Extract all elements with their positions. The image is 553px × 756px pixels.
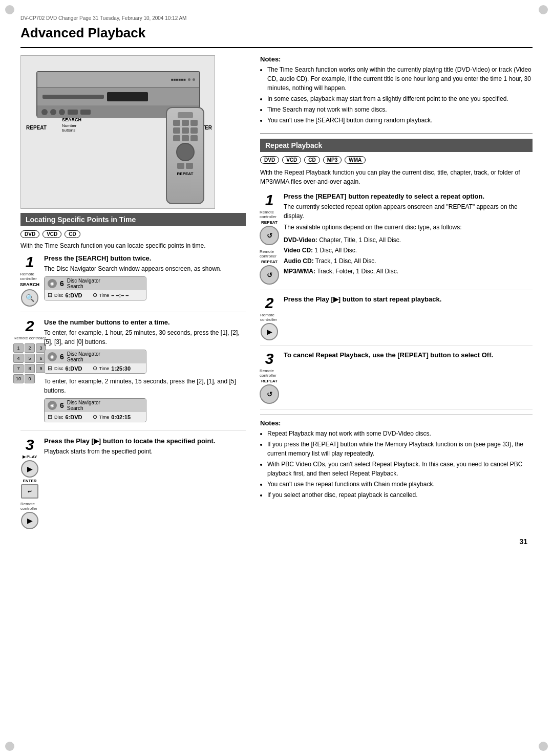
notes-repeat-playback: Notes: Repeat Playback may not work with… — [260, 419, 533, 500]
badge-cd: CD — [65, 230, 80, 238]
step1-dns-titlebar: ◉ 6 Disc Navigator Search — [45, 277, 146, 290]
step1-disc-label: Disc — [54, 293, 63, 298]
step2-icon-area: Remote controller 1 2 3 4 5 6 7 8 9 10 — [13, 336, 46, 385]
step1-dns-title-text: Disc Navigator Search — [67, 278, 100, 289]
opt-dvd-label: DVD-Video: — [284, 236, 317, 244]
note-left-2: In some cases, playback may start from a… — [267, 94, 533, 103]
rstep3-title: To cancel Repeat Playback, use the [REPE… — [284, 351, 533, 359]
step1-remote-label: Remote controller — [20, 272, 39, 281]
opt-mp3-label: MP3/WMA: — [284, 268, 315, 275]
num-btn-5: 5 — [25, 354, 35, 363]
left-step-3: 3 ▶ PLAY ▶ ENTER ↵ Remote controller ▶ P… — [20, 437, 246, 534]
step3-play-icon: ▶ — [21, 460, 38, 478]
rstep3-icon-area: Remote controller REPEAT ↺ — [260, 369, 279, 404]
step2-dns1-icon: ◉ — [48, 352, 57, 361]
step2-time-value1: 1:25:30 — [111, 365, 131, 372]
step1-title: Press the [SEARCH] button twice. — [44, 254, 246, 262]
rstep3-remote-label: Remote controller — [260, 369, 279, 378]
left-column: ■■■■■■ — [20, 55, 246, 541]
notes-right-title: Notes: — [260, 419, 533, 427]
locating-intro: With the Time Search function you can lo… — [20, 242, 246, 249]
rstep1-title: Press the [REPEAT] button repeatedly to … — [284, 192, 533, 200]
remote-small-btn7 — [173, 135, 180, 141]
notes-left-title: Notes: — [260, 55, 533, 63]
step2-dns1-disc-field: ⊟ Disc 6:DVD — [48, 365, 82, 372]
step2-dns-box1: ◉ 6 Disc Navigator Search ⊟ Disc 6: — [44, 350, 146, 374]
right-step-3: 3 Remote controller REPEAT ↺ To cancel R… — [260, 351, 533, 409]
num-btn-4: 4 — [13, 354, 24, 363]
format-badges-right: DVD VCD CD MP3 WMA — [260, 156, 533, 164]
step2-dns1-time-field: ⊙ Time 1:25:30 — [93, 365, 131, 372]
step1-dns-nav: Disc Navigator — [67, 278, 100, 284]
page-title: Advanced Playback — [20, 25, 533, 41]
step1-content: Press the [SEARCH] button twice. The Dis… — [44, 254, 246, 307]
dvd-button2 — [50, 109, 56, 115]
step3-enter-icon: ↵ — [21, 484, 38, 499]
rstep1-repeat-btn1: ↺ — [260, 226, 279, 245]
step1-dns-search: Search — [67, 284, 100, 289]
step2-dns2-time-field: ⊙ Time 0:02:15 — [93, 414, 131, 420]
step1-time-icon: ⊙ — [93, 292, 97, 298]
step2-time-value2: 0:02:15 — [111, 414, 131, 420]
rstep2-number-col: 2 Remote controller ▶ — [260, 295, 279, 340]
step2-dns1-row: ⊟ Disc 6:DVD ⊙ Time 1:25:30 — [45, 363, 146, 373]
step2-remote-label: Remote controller — [13, 336, 46, 340]
num-btn-8: 8 — [25, 364, 35, 373]
remote-small-btn4 — [173, 127, 180, 134]
notes-divider — [260, 133, 533, 134]
step2-dns2-icon: ◉ — [48, 401, 57, 410]
rstep3-number-col: 3 Remote controller REPEAT ↺ — [260, 351, 279, 404]
label-number-buttons: Numberbuttons — [62, 123, 81, 133]
step2-dns2-titlebar: ◉ 6 Disc Navigator Search — [45, 399, 146, 412]
left-step-1: 1 Remote controller SEARCH 🔍 Press the [… — [20, 254, 246, 312]
remote-small-btn6 — [190, 127, 198, 134]
step2-dns1-title-text: Disc Navigator Search — [67, 351, 100, 362]
step3-icon-area: ▶ PLAY ▶ ENTER ↵ Remote controller ▶ — [20, 455, 39, 529]
rstep2-content: Press the Play [▶] button to start repea… — [284, 295, 533, 340]
remote-btn-row4 — [177, 163, 193, 169]
corner-decoration-bl — [5, 742, 14, 751]
step1-search-icon: 🔍 — [21, 289, 38, 307]
rstep1-remote-label1: Remote controller — [260, 210, 279, 219]
section-header-repeat: Repeat Playback — [260, 139, 533, 152]
dvd-button1 — [41, 109, 48, 115]
note-right-1: Repeat Playback may not work with some D… — [267, 429, 533, 438]
remote-btn-row3 — [173, 135, 198, 141]
step3-remote-btn: ▶ — [21, 512, 38, 529]
step1-body: The Disc Navigator Search window appears… — [44, 264, 246, 273]
badge-vcd-r: VCD — [282, 156, 301, 164]
step1-disc-icon: ⊟ — [48, 292, 52, 298]
dvd-player-top: ■■■■■■ — [37, 72, 199, 88]
rstep3-repeat-btn: ↺ — [260, 384, 279, 404]
step2-dns2-disc-field: ⊟ Disc 6:DVD — [48, 414, 82, 420]
step2-title: Use the number buttons to enter a time. — [44, 318, 246, 326]
remote-btn-row2 — [173, 127, 198, 134]
remote-top-button — [178, 112, 193, 118]
repeat-intro: With the Repeat Playback function you ca… — [260, 168, 533, 186]
device-illustration: ■■■■■■ — [20, 55, 215, 209]
label-repeat-remote: REPEAT — [177, 171, 194, 176]
badge-wma-r: WMA — [345, 156, 366, 164]
page-header-bar: DV-CP702 DVD Changer Page 31 Tuesday, Fe… — [20, 15, 533, 21]
num-btn-7: 7 — [13, 364, 24, 373]
remote-small-btn3 — [190, 120, 198, 126]
left-step-2: 2 Remote controller 1 2 3 4 5 6 7 8 9 — [20, 318, 246, 431]
step2-dns2-nav: Disc Navigator — [67, 400, 100, 405]
remote-small-btn1 — [173, 120, 180, 126]
num-btn-1: 1 — [13, 343, 24, 353]
step2-time-label2: Time — [99, 415, 110, 420]
step1-number: 1 — [26, 254, 34, 270]
step2-dns1-titlebar: ◉ 6 Disc Navigator Search — [45, 350, 146, 363]
step2-dns2-row: ⊟ Disc 6:DVD ⊙ Time 0:02:15 — [45, 412, 146, 422]
note-right-5: If you select another disc, repeat playb… — [267, 490, 533, 500]
remote-small-btn8 — [182, 135, 189, 141]
rstep1-number: 1 — [265, 192, 274, 208]
note-right-3: With PBC Video CDs, you can't select Rep… — [267, 460, 533, 478]
rstep2-title: Press the Play [▶] button to start repea… — [284, 295, 533, 303]
step2-number: 2 — [26, 318, 34, 334]
dvd-top-text: ■■■■■■ — [171, 77, 186, 82]
step2-content: Use the number buttons to enter a time. … — [44, 318, 246, 425]
step2-time-icon1: ⊙ — [93, 365, 97, 372]
remote-controller-drawing: REPEAT — [166, 107, 204, 204]
rstep2-play-btn: ▶ — [261, 323, 278, 340]
